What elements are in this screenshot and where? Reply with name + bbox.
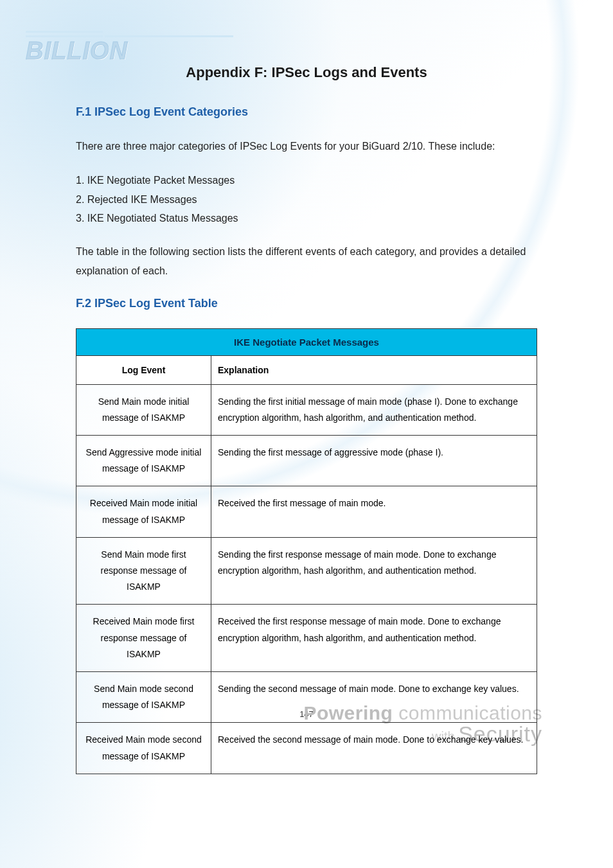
cell-event: Send Main mode initial message of ISAKMP	[76, 384, 211, 435]
logo-text: BILLION	[26, 40, 233, 62]
table-category-header-row: IKE Negotiate Packet Messages	[76, 328, 537, 355]
list-item: 1. IKE Negotiate Packet Messages	[76, 172, 537, 189]
table-column-header-row: Log Event Explanation	[76, 355, 537, 384]
cell-explanation: Sending the first response message of ma…	[211, 537, 537, 605]
intro-paragraph: There are three major categories of IPSe…	[76, 137, 537, 156]
cell-explanation: Sending the first initial message of mai…	[211, 384, 537, 435]
table-row: Send Main mode second message of ISAKMP …	[76, 671, 537, 722]
table-row: Send Aggressive mode initial message of …	[76, 436, 537, 486]
table-row: Send Main mode first response message of…	[76, 537, 537, 605]
cell-event: Send Main mode first response message of…	[76, 537, 211, 605]
page-content: Appendix F: IPSec Logs and Events F.1 IP…	[0, 0, 613, 774]
cell-event: Received Main mode first response messag…	[76, 605, 211, 672]
table-row: Received Main mode first response messag…	[76, 605, 537, 672]
outro-paragraph: The table in the following section lists…	[76, 242, 537, 281]
cell-explanation: Sending the second message of main mode.…	[211, 671, 537, 722]
list-item: 2. Rejected IKE Messages	[76, 191, 537, 208]
table-row: Received Main mode initial message of IS…	[76, 486, 537, 537]
cell-event: Received Main mode initial message of IS…	[76, 486, 211, 537]
column-header-event: Log Event	[76, 355, 211, 384]
list-item: 3. IKE Negotiated Status Messages	[76, 209, 537, 227]
table-category-header: IKE Negotiate Packet Messages	[76, 328, 537, 355]
table-row: Received Main mode second message of ISA…	[76, 723, 537, 774]
section-heading-f1: F.1 IPSec Log Event Categories	[76, 105, 537, 119]
category-list: 1. IKE Negotiate Packet Messages 2. Reje…	[76, 172, 537, 227]
brand-logo: BILLION	[26, 31, 233, 62]
page-title: Appendix F: IPSec Logs and Events	[76, 64, 537, 81]
column-header-explanation: Explanation	[211, 355, 537, 384]
section-heading-f2: F.2 IPSec Log Event Table	[76, 297, 537, 310]
cell-explanation: Received the first response message of m…	[211, 605, 537, 672]
events-table: IKE Negotiate Packet Messages Log Event …	[76, 328, 537, 774]
cell-explanation: Received the first message of main mode.	[211, 486, 537, 537]
logo-bars-icon	[26, 31, 233, 33]
table-row: Send Main mode initial message of ISAKMP…	[76, 384, 537, 435]
cell-explanation: Received the second message of main mode…	[211, 723, 537, 774]
cell-event: Received Main mode second message of ISA…	[76, 723, 211, 774]
cell-event: Send Main mode second message of ISAKMP	[76, 671, 211, 722]
cell-event: Send Aggressive mode initial message of …	[76, 436, 211, 486]
cell-explanation: Sending the first message of aggressive …	[211, 436, 537, 486]
